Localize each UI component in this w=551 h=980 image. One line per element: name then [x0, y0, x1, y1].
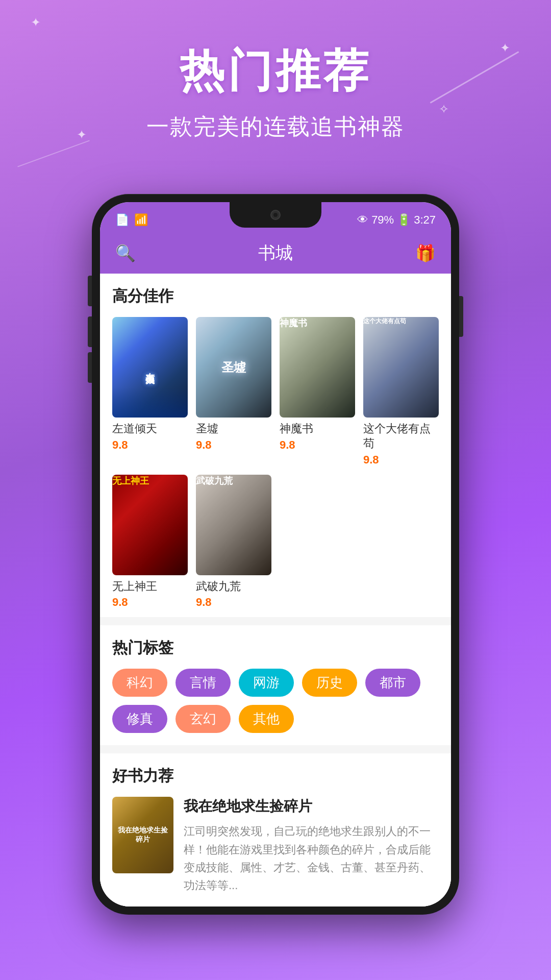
- tag-sci[interactable]: 科幻: [112, 669, 167, 697]
- phone-outer-shell: 📄 📶 👁 79% 🔋 3:27 🔍 书城 🎁: [92, 194, 459, 915]
- recommend-info-1: 我在绝地求生捡碎片 江司明突然发现，自己玩的绝地求生跟别人的不一样！他能在游戏里…: [184, 797, 439, 894]
- book-score-1: 9.8: [112, 438, 188, 452]
- book-score-6: 9.8: [196, 596, 271, 609]
- clock: 3:27: [414, 213, 436, 227]
- book-name-4: 这个大佬有点苟: [363, 422, 439, 451]
- book-name-3: 神魔书: [280, 422, 355, 436]
- tag-romance[interactable]: 言情: [176, 669, 231, 697]
- tag-cultivation[interactable]: 修真: [112, 705, 167, 733]
- phone-mockup: 📄 📶 👁 79% 🔋 3:27 🔍 书城 🎁: [92, 194, 459, 915]
- book-score-4: 9.8: [363, 453, 439, 467]
- book-name-6: 武破九荒: [196, 579, 271, 594]
- book-cover-1: [112, 317, 188, 418]
- recommend-cover-1: [112, 797, 173, 873]
- book-cover-6: [196, 475, 271, 575]
- book-item-1[interactable]: 左道倾天 9.8: [112, 317, 188, 467]
- camera-lens: [270, 210, 281, 220]
- good-books-title: 好书力荐: [112, 766, 439, 787]
- file-icon: 📄: [115, 213, 129, 227]
- book-item-2[interactable]: 圣墟 9.8: [196, 317, 271, 467]
- hot-tags-title: 热门标签: [112, 638, 439, 658]
- eye-icon: 👁: [357, 213, 368, 227]
- page-subtitle: 一款完美的连载追书神器: [0, 112, 551, 142]
- book-grid: 左道倾天 9.8 圣墟 9.8 神魔书 9.: [112, 317, 439, 609]
- book-item-5[interactable]: 无上神王 9.8: [112, 475, 188, 609]
- status-left: 📄 📶: [115, 213, 148, 227]
- phone-notch: [230, 202, 321, 228]
- status-right: 👁 79% 🔋 3:27: [357, 213, 436, 227]
- good-books-section: 好书力荐 我在绝地求生捡碎片 江司明突然发现，自己玩的绝地求生跟别人的不一样！他…: [100, 753, 451, 906]
- battery-icon: 🔋: [397, 213, 411, 227]
- tags-grid: 科幻 言情 网游 历史 都市 修真 玄幻 其他: [112, 669, 439, 733]
- tag-city[interactable]: 都市: [365, 669, 420, 697]
- content-area: 高分佳作 左道倾天 9.8 圣墟 9.8: [100, 274, 451, 906]
- book-cover-2: [196, 317, 271, 418]
- recommend-item-1[interactable]: 我在绝地求生捡碎片 江司明突然发现，自己玩的绝地求生跟别人的不一样！他能在游戏里…: [112, 797, 439, 894]
- book-cover-4: [363, 317, 439, 418]
- book-name-5: 无上神王: [112, 579, 188, 594]
- battery-percent: 79%: [371, 213, 394, 227]
- book-cover-3: [280, 317, 355, 418]
- page-header: 热门推荐 一款完美的连载追书神器: [0, 0, 551, 142]
- tag-history[interactable]: 历史: [302, 669, 357, 697]
- wifi-icon: 📶: [134, 213, 148, 227]
- high-score-section: 高分佳作 左道倾天 9.8 圣墟 9.8: [100, 274, 451, 617]
- book-score-5: 9.8: [112, 596, 188, 609]
- recommend-title-1: 我在绝地求生捡碎片: [184, 797, 439, 816]
- book-score-3: 9.8: [280, 438, 355, 452]
- tag-other[interactable]: 其他: [239, 705, 294, 733]
- page-main-title: 热门推荐: [0, 41, 551, 102]
- book-item-4[interactable]: 这个大佬有点苟 9.8: [363, 317, 439, 467]
- book-item-6[interactable]: 武破九荒 9.8: [196, 475, 271, 609]
- recommend-desc-1: 江司明突然发现，自己玩的绝地求生跟别人的不一样！他能在游戏里找到各种颜色的碎片，…: [184, 822, 439, 894]
- book-score-2: 9.8: [196, 438, 271, 452]
- app-bar-title: 书城: [258, 241, 293, 265]
- hot-tags-section: 热门标签 科幻 言情 网游 历史 都市 修真 玄幻 其他: [100, 625, 451, 745]
- app-bar: 🔍 书城 🎁: [100, 233, 451, 274]
- phone-screen: 📄 📶 👁 79% 🔋 3:27 🔍 书城 🎁: [100, 202, 451, 906]
- decorative-line-2: [17, 140, 90, 167]
- book-cover-5: [112, 475, 188, 575]
- tag-game[interactable]: 网游: [239, 669, 294, 697]
- search-button[interactable]: 🔍: [115, 243, 136, 263]
- book-item-3[interactable]: 神魔书 9.8: [280, 317, 355, 467]
- book-name-1: 左道倾天: [112, 422, 188, 436]
- book-name-2: 圣墟: [196, 422, 271, 436]
- gift-button[interactable]: 🎁: [415, 243, 436, 263]
- tag-fantasy[interactable]: 玄幻: [176, 705, 231, 733]
- high-score-title: 高分佳作: [112, 286, 439, 307]
